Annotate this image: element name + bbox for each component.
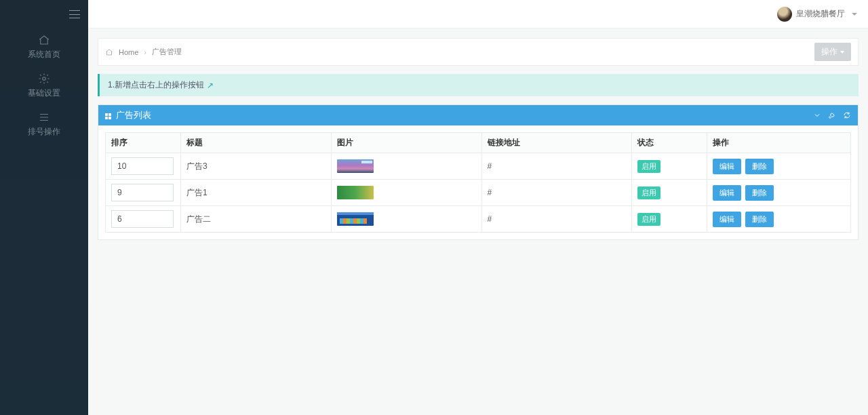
svg-rect-3 (105, 117, 108, 119)
sidebar-item-label: 排号操作 (0, 126, 88, 138)
th-link: 链接地址 (481, 133, 632, 153)
status-badge: 启用 (637, 160, 660, 173)
table-row: 广告1#启用编辑删除 (106, 180, 851, 206)
ad-thumbnail[interactable] (337, 186, 374, 199)
breadcrumb-bar: Home › 广告管理 操作 (98, 38, 859, 66)
cell-link: # (481, 180, 632, 206)
chevron-down-icon (852, 13, 857, 16)
status-badge: 启用 (637, 213, 660, 226)
delete-button[interactable]: 删除 (745, 212, 774, 227)
sidebar-item-settings[interactable]: 基础设置 (0, 67, 88, 106)
list-icon (38, 111, 50, 123)
th-sort: 排序 (106, 133, 181, 153)
action-menu-label: 操作 (821, 46, 837, 58)
svg-rect-1 (105, 113, 108, 116)
cell-link: # (481, 206, 632, 233)
breadcrumb-separator: › (144, 48, 146, 56)
collapse-icon[interactable] (813, 111, 821, 119)
cell-title: 广告3 (180, 153, 331, 180)
user-menu[interactable]: 皇潮烧腊餐厅 (777, 7, 857, 22)
panel-title-icon (105, 112, 112, 119)
cell-title: 广告1 (180, 180, 331, 206)
breadcrumb-home[interactable]: Home (119, 48, 138, 56)
status-badge: 启用 (637, 186, 660, 199)
th-status: 状态 (632, 133, 707, 153)
sidebar: 系统首页 基础设置 排号操作 (0, 0, 88, 415)
th-title: 标题 (180, 133, 331, 153)
action-menu-button[interactable]: 操作 (814, 43, 851, 61)
panel-title: 广告列表 (116, 109, 151, 121)
cell-title: 广告二 (180, 206, 331, 233)
wrench-icon[interactable] (828, 111, 836, 119)
main: 皇潮烧腊餐厅 Home › 广告管理 操作 1.新增点击右上的操作按钮 ↗ (88, 0, 868, 415)
refresh-icon[interactable] (843, 111, 851, 119)
menu-icon (69, 10, 80, 18)
th-image: 图片 (331, 133, 481, 153)
ad-thumbnail[interactable] (337, 159, 374, 173)
sort-input[interactable] (111, 210, 174, 228)
topbar: 皇潮烧腊餐厅 (88, 0, 868, 28)
th-operate: 操作 (707, 133, 851, 153)
home-icon (105, 48, 113, 56)
avatar (777, 7, 792, 22)
svg-rect-2 (108, 113, 111, 116)
sidebar-item-home[interactable]: 系统首页 (0, 28, 88, 67)
edit-button[interactable]: 编辑 (713, 185, 741, 201)
breadcrumb-current: 广告管理 (152, 47, 182, 57)
sidebar-item-label: 系统首页 (0, 49, 88, 60)
sidebar-item-queue[interactable]: 排号操作 (0, 106, 88, 144)
ad-thumbnail[interactable] (337, 212, 374, 226)
delete-button[interactable]: 删除 (745, 159, 774, 174)
panel: 广告列表 排序 标题 图片 (98, 104, 859, 240)
cell-link: # (481, 153, 632, 180)
breadcrumb: Home › 广告管理 (105, 47, 182, 57)
sort-input[interactable] (111, 157, 174, 175)
sidebar-toggle[interactable] (0, 0, 88, 28)
sidebar-item-label: 基础设置 (0, 87, 88, 99)
panel-header: 广告列表 (98, 105, 858, 125)
sort-input[interactable] (111, 184, 174, 201)
gear-icon (38, 73, 50, 85)
table-row: 广告3#启用编辑删除 (106, 153, 851, 180)
user-name: 皇潮烧腊餐厅 (796, 8, 845, 20)
home-icon (38, 34, 50, 46)
tip-text: 1.新增点击右上的操作按钮 (108, 79, 204, 91)
chevron-down-icon (840, 51, 844, 54)
table-row: 广告二#启用编辑删除 (106, 206, 851, 233)
tip-banner: 1.新增点击右上的操作按钮 ↗ (98, 74, 859, 96)
delete-button[interactable]: 删除 (745, 185, 774, 201)
svg-point-0 (43, 77, 46, 81)
edit-button[interactable]: 编辑 (713, 159, 741, 174)
svg-rect-4 (108, 117, 111, 119)
edit-button[interactable]: 编辑 (713, 212, 741, 227)
ad-table: 排序 标题 图片 链接地址 状态 操作 广告3#启用编辑删除广告1#启用编辑删除… (105, 132, 851, 233)
arrow-icon: ↗ (207, 81, 214, 90)
